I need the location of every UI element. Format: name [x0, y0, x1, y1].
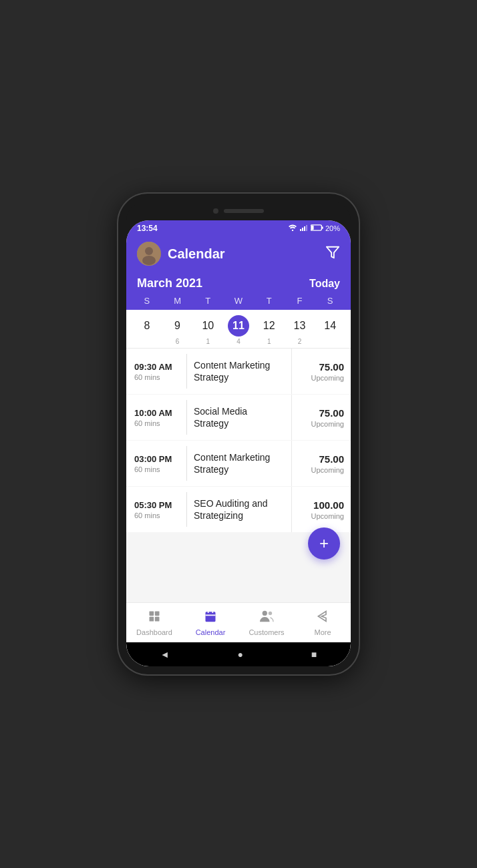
event-1-time: 09:30 AM [134, 362, 181, 372]
dow-sat: S [315, 296, 345, 306]
event-3-time-col: 03:00 PM 60 mins [126, 441, 186, 486]
event-1-amount: 75.00 [319, 361, 344, 373]
date-13: 13 [289, 315, 310, 337]
camera-notch [213, 208, 218, 214]
svg-rect-13 [155, 611, 160, 616]
date-cell-14[interactable]: 14 [315, 315, 345, 345]
svg-point-0 [292, 230, 293, 231]
event-4-status: Upcoming [311, 512, 344, 520]
event-3-amount-col: 75.00 Upcoming [292, 441, 351, 486]
event-1-duration: 60 mins [134, 373, 181, 381]
month-row: March 2021 Today [126, 272, 351, 296]
event-row-4[interactable]: 05:30 PM 60 mins SEO Auditing and Strate… [126, 487, 351, 532]
svg-marker-11 [327, 246, 339, 258]
recent-button[interactable]: ■ [311, 649, 317, 660]
nav-item-dashboard[interactable]: Dashboard [126, 603, 182, 642]
event-2-time-col: 10:00 AM 60 mins [126, 395, 186, 440]
svg-rect-1 [300, 229, 301, 231]
status-icons: 20% [288, 224, 340, 232]
calendar-icon [204, 610, 217, 626]
event-3-time: 03:00 PM [134, 454, 181, 464]
date-9: 9 [167, 315, 188, 337]
nav-label-calendar: Calendar [196, 628, 226, 636]
date-cell-12[interactable]: 12 1 [254, 315, 285, 345]
nav-item-more[interactable]: More [295, 603, 351, 642]
date-14: 14 [319, 315, 341, 337]
svg-rect-4 [306, 225, 307, 231]
event-4-time: 05:30 PM [134, 500, 181, 510]
android-nav-bar: ◄ ● ■ [126, 642, 351, 666]
back-button[interactable]: ◄ [160, 649, 170, 660]
event-2-status: Upcoming [311, 420, 344, 428]
battery-percent: 20% [325, 224, 340, 232]
app-title: Calendar [168, 246, 319, 262]
date-10: 10 [197, 315, 218, 337]
event-4-name-col: SEO Auditing and Strategizing [187, 487, 292, 532]
svg-rect-16 [206, 612, 216, 622]
dow-mon: M [162, 296, 193, 306]
nav-item-customers[interactable]: Customers [238, 603, 295, 642]
svg-rect-12 [150, 611, 154, 616]
event-4-duration: 60 mins [134, 511, 181, 519]
event-4-amount-col: 100.00 Upcoming [292, 487, 351, 532]
home-button[interactable]: ● [237, 649, 243, 660]
add-event-fab[interactable]: + [308, 527, 340, 560]
svg-point-9 [145, 247, 153, 255]
days-of-week-header: S M T W T F S [126, 296, 351, 310]
nav-label-dashboard: Dashboard [136, 628, 172, 636]
event-1-time-col: 09:30 AM 60 mins [126, 349, 186, 394]
date-8: 8 [136, 315, 158, 337]
event-2-time: 10:00 AM [134, 408, 181, 418]
date-cell-11[interactable]: 11 4 [223, 315, 254, 345]
events-list: 09:30 AM 60 mins Content Marketing Strat… [126, 349, 351, 602]
date-10-count: 1 [206, 338, 210, 345]
event-4-time-col: 05:30 PM 60 mins [126, 487, 186, 532]
dow-wed: W [223, 296, 254, 306]
filter-icon[interactable] [325, 245, 340, 263]
event-3-duration: 60 mins [134, 465, 181, 473]
event-1-amount-col: 75.00 Upcoming [292, 349, 351, 394]
month-label: March 2021 [137, 276, 202, 290]
svg-rect-7 [311, 226, 314, 230]
event-1-name: Content Marketing Strategy [194, 359, 285, 383]
dow-tue: T [192, 296, 223, 306]
wifi-icon [288, 224, 297, 232]
avatar-image [137, 242, 161, 266]
status-time: 13:54 [137, 224, 158, 233]
event-3-name-col: Content Marketing Strategy [187, 441, 292, 486]
bottom-nav: Dashboard Calendar [126, 602, 351, 642]
event-row-1[interactable]: 09:30 AM 60 mins Content Marketing Strat… [126, 349, 351, 394]
event-2-amount-col: 75.00 Upcoming [292, 395, 351, 440]
event-3-status: Upcoming [311, 466, 344, 474]
battery-status [311, 224, 324, 232]
avatar[interactable] [137, 242, 161, 266]
signal-icon [300, 224, 308, 232]
dow-fri: F [285, 296, 315, 306]
event-4-name: SEO Auditing and Strategizing [194, 497, 285, 521]
date-cell-8[interactable]: 8 [132, 315, 162, 345]
nav-item-calendar[interactable]: Calendar [182, 603, 238, 642]
phone-screen: 13:54 [126, 220, 351, 666]
event-1-status: Upcoming [311, 374, 344, 382]
event-3-name: Content Marketing Strategy [194, 451, 285, 475]
speaker-notch [224, 209, 264, 213]
svg-rect-15 [155, 616, 160, 621]
svg-point-10 [142, 256, 156, 265]
event-2-amount: 75.00 [319, 407, 344, 419]
date-cell-9[interactable]: 9 6 [162, 315, 193, 345]
svg-rect-2 [302, 228, 303, 231]
dates-row: 8 9 6 10 1 11 4 12 1 13 2 [126, 310, 351, 349]
event-3-amount: 75.00 [319, 453, 344, 465]
notch-area [126, 202, 351, 220]
event-row-2[interactable]: 10:00 AM 60 mins Social Media Strategy 7… [126, 395, 351, 440]
date-13-count: 2 [298, 338, 302, 345]
date-cell-13[interactable]: 13 2 [285, 315, 315, 345]
svg-point-21 [269, 611, 272, 614]
phone-device: 13:54 [118, 194, 359, 674]
date-11-count: 4 [236, 338, 241, 345]
today-button[interactable]: Today [309, 278, 340, 290]
event-2-name: Social Media Strategy [194, 405, 285, 429]
event-row-3[interactable]: 03:00 PM 60 mins Content Marketing Strat… [126, 441, 351, 486]
dow-sun: S [132, 296, 162, 306]
date-cell-10[interactable]: 10 1 [192, 315, 223, 345]
